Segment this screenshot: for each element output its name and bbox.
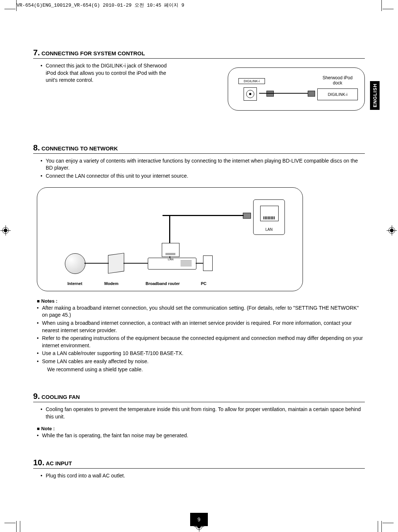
note-text: While the fan is operating, the faint fa… bbox=[42, 432, 188, 439]
section-9-title: 9. COOLING FAN bbox=[33, 392, 365, 402]
lan-port-icon bbox=[260, 206, 279, 221]
section-8-bullet: •You can enjoy a variety of contents wit… bbox=[41, 157, 365, 172]
lan-panel-label: LAN bbox=[254, 227, 284, 232]
section-7-number: 7. bbox=[33, 48, 40, 57]
note-item: •Use a LAN cable/router supporting 10 BA… bbox=[37, 350, 365, 357]
cable-line bbox=[169, 215, 170, 244]
section-10-heading: AC INPUT bbox=[46, 460, 72, 466]
note-text: Use a LAN cable/router supporting 10 BAS… bbox=[42, 350, 184, 357]
note-item-continuation: We recommend using a shield type cable. bbox=[42, 366, 365, 373]
section-8-bullet-text: You can enjoy a variety of contents with… bbox=[46, 157, 365, 172]
ipod-dock-jack-label: DIGILINK-i bbox=[328, 92, 347, 97]
digilink-jack-label: DIGILINK-i bbox=[238, 78, 265, 84]
digilink-diagram: DIGILINK-i Sherwood iPod dock DIGILINK-i bbox=[228, 67, 365, 111]
note-heading: Note : bbox=[37, 425, 365, 432]
section-9-bullet: •Cooling fan operates to prevent the tem… bbox=[41, 406, 365, 420]
cable-plug-icon bbox=[266, 91, 274, 97]
label-router: Broadband router bbox=[146, 281, 201, 286]
section-10-title: 10. AC INPUT bbox=[33, 458, 365, 469]
cable-line bbox=[163, 215, 244, 216]
section-7-title: 7. CONNECTING FOR SYSTEM CONTROL bbox=[33, 48, 365, 59]
pc-icon bbox=[203, 255, 213, 271]
section-10-number: 10. bbox=[33, 458, 45, 467]
digilink-jack-icon bbox=[244, 87, 257, 101]
router-icon bbox=[148, 258, 196, 270]
note-text: Some LAN cables are easily affected by n… bbox=[42, 358, 149, 365]
section-9-number: 9. bbox=[33, 392, 40, 401]
note-item: •While the fan is operating, the faint f… bbox=[37, 432, 365, 439]
section-7-bullet: • Connect this jack to the DIGILINK-i ja… bbox=[41, 62, 173, 84]
note-text: After making a broadband internet connec… bbox=[42, 305, 365, 319]
rj45-connector-icon: LAN bbox=[162, 243, 179, 257]
section-10-bullet-text: Plug this cord into a wall AC outlet. bbox=[46, 472, 125, 480]
section-8-bullet-text: Connect the LAN connector of this unit t… bbox=[46, 173, 188, 180]
note-item: •Refer to the operating instructions of … bbox=[37, 335, 365, 349]
network-diagram: LAN LAN Internet Modem Broadband router … bbox=[37, 187, 303, 291]
note-item: •When using a broadband internet connect… bbox=[37, 320, 365, 334]
section-9-heading: COOLING FAN bbox=[42, 394, 80, 400]
rj45-plug-icon bbox=[243, 213, 251, 219]
section-8-bullet: •Connect the LAN connector of this unit … bbox=[41, 173, 365, 180]
section-8-heading: CONNECTING TO NETWORK bbox=[42, 145, 118, 152]
ipod-dock-title: Sherwood iPod dock bbox=[317, 75, 358, 86]
label-modem: Modem bbox=[104, 281, 146, 286]
internet-globe-icon bbox=[65, 253, 85, 274]
section-7-bullet-text: Connect this jack to the DIGILINK-i jack… bbox=[46, 62, 173, 84]
section-7-heading: CONNECTING FOR SYSTEM CONTROL bbox=[42, 50, 145, 56]
section-8-number: 8. bbox=[33, 143, 40, 152]
cable-plug-icon bbox=[308, 91, 315, 97]
note-text: When using a broadband internet connecti… bbox=[42, 320, 365, 334]
note-item: •After making a broadband internet conne… bbox=[37, 305, 365, 319]
section-8-title: 8. CONNECTING TO NETWORK bbox=[33, 143, 365, 154]
section-10-bullet: •Plug this cord into a wall AC outlet. bbox=[41, 472, 365, 480]
note-text: We recommend using a shield type cable. bbox=[47, 366, 143, 373]
cable-line bbox=[259, 93, 314, 94]
label-internet: Internet bbox=[67, 281, 104, 286]
notes-heading: Notes : bbox=[37, 298, 365, 305]
language-tab: ENGLISH bbox=[370, 81, 380, 110]
modem-icon bbox=[108, 253, 124, 273]
note-text: Refer to the operating instructions of t… bbox=[42, 335, 365, 349]
cable-line bbox=[196, 263, 203, 264]
label-pc: PC bbox=[201, 281, 206, 286]
cable-line bbox=[123, 263, 148, 264]
cable-line bbox=[84, 263, 109, 264]
ipod-dock-box: Sherwood iPod dock DIGILINK-i bbox=[317, 75, 358, 100]
registration-mark-bottom bbox=[196, 523, 202, 530]
network-labels-row: Internet Modem Broadband router PC bbox=[37, 281, 303, 286]
note-item: •Some LAN cables are easily affected by … bbox=[37, 358, 365, 365]
lan-panel-icon: LAN bbox=[253, 199, 285, 235]
section-9-bullet-text: Cooling fan operates to prevent the temp… bbox=[46, 406, 365, 420]
